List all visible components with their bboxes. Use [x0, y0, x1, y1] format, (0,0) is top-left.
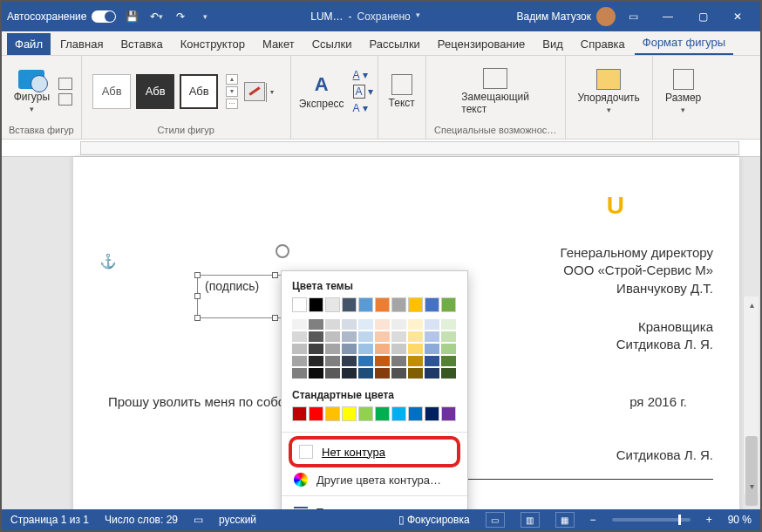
user-account[interactable]: Вадим Матузок [517, 7, 616, 26]
scroll-down-icon[interactable]: ▾ [744, 478, 759, 494]
color-swatch[interactable] [292, 406, 307, 421]
color-swatch[interactable] [425, 406, 439, 421]
color-swatch[interactable] [441, 319, 456, 330]
color-swatch[interactable] [408, 356, 423, 366]
style-preset-3[interactable]: Абв [180, 74, 218, 109]
color-swatch[interactable] [425, 368, 439, 379]
resize-handle[interactable] [272, 315, 278, 321]
tab-help[interactable]: Справка [573, 33, 633, 55]
autosave-toggle[interactable]: Автосохранение [7, 10, 116, 23]
more-colors-item[interactable]: Другие цвета контура… [282, 467, 467, 492]
color-swatch[interactable] [325, 297, 340, 312]
color-swatch[interactable] [292, 344, 307, 354]
color-swatch[interactable] [441, 331, 456, 342]
word-count[interactable]: Число слов: 29 [105, 514, 178, 526]
spellcheck-icon[interactable]: ▭ [194, 514, 203, 526]
readmode-icon[interactable]: ▭ [486, 512, 505, 528]
tab-review[interactable]: Рецензирование [430, 33, 533, 55]
shapes-button[interactable]: Фигуры▾ [10, 68, 53, 115]
color-swatch[interactable] [342, 406, 357, 421]
rotate-handle-icon[interactable] [276, 244, 289, 258]
color-swatch[interactable] [375, 356, 390, 366]
tab-home[interactable]: Главная [52, 33, 111, 55]
tab-design[interactable]: Конструктор [173, 33, 253, 55]
color-swatch[interactable] [391, 297, 406, 312]
color-swatch[interactable] [342, 331, 357, 342]
color-swatch[interactable] [292, 319, 307, 330]
color-swatch[interactable] [441, 297, 456, 312]
color-swatch[interactable] [325, 331, 340, 342]
ruler[interactable] [2, 140, 760, 157]
shape-outline-dropdown[interactable]: ▾ [266, 83, 276, 102]
color-swatch[interactable] [391, 319, 406, 330]
textbox-icon[interactable] [58, 93, 72, 106]
tab-view[interactable]: Вид [534, 33, 571, 55]
color-swatch[interactable] [391, 344, 406, 354]
toggle-switch-icon[interactable] [92, 10, 116, 23]
color-swatch[interactable] [408, 406, 423, 421]
ribbon-options-icon[interactable]: ▭ [616, 4, 650, 29]
color-swatch[interactable] [309, 331, 323, 342]
page-indicator[interactable]: Страница 1 из 1 [10, 514, 89, 526]
tab-insert[interactable]: Вставка [112, 33, 170, 55]
color-swatch[interactable] [441, 344, 456, 354]
zoom-slider[interactable] [612, 518, 691, 522]
color-swatch[interactable] [375, 297, 390, 312]
text-direction-button[interactable]: Текст [385, 72, 418, 111]
close-icon[interactable]: ✕ [720, 4, 755, 29]
color-swatch[interactable] [292, 297, 307, 312]
zoom-out-icon[interactable]: − [590, 514, 596, 526]
color-swatch[interactable] [391, 356, 406, 366]
color-swatch[interactable] [325, 368, 340, 379]
color-swatch[interactable] [325, 344, 340, 354]
color-swatch[interactable] [408, 344, 423, 354]
tab-references[interactable]: Ссылки [304, 33, 360, 55]
color-swatch[interactable] [408, 319, 423, 330]
color-swatch[interactable] [309, 406, 323, 421]
color-swatch[interactable] [375, 368, 390, 379]
color-swatch[interactable] [425, 331, 439, 342]
save-icon[interactable]: 💾 [123, 8, 140, 25]
redo-icon[interactable]: ↷ [172, 8, 189, 25]
color-swatch[interactable] [425, 319, 439, 330]
color-swatch[interactable] [391, 368, 406, 379]
color-swatch[interactable] [342, 356, 357, 366]
color-swatch[interactable] [375, 406, 390, 421]
weblayout-icon[interactable]: ▦ [555, 512, 575, 528]
color-swatch[interactable] [358, 297, 373, 312]
scroll-thumb[interactable] [745, 436, 758, 506]
color-swatch[interactable] [375, 331, 390, 342]
style-preset-1[interactable]: Абв [92, 74, 131, 109]
color-swatch[interactable] [292, 356, 307, 366]
style-gallery-more[interactable]: ▴▾⋯ [225, 74, 239, 109]
color-swatch[interactable] [342, 368, 357, 379]
resize-handle[interactable] [194, 315, 201, 321]
color-swatch[interactable] [325, 319, 340, 330]
edit-shape-icon[interactable] [58, 78, 72, 90]
resize-handle[interactable] [194, 293, 201, 299]
color-swatch[interactable] [408, 331, 423, 342]
scroll-up-icon[interactable]: ▴ [744, 297, 759, 312]
focus-mode[interactable]: ▯ Фокусировка [398, 514, 470, 526]
color-swatch[interactable] [292, 331, 307, 342]
language-indicator[interactable]: русский [219, 514, 256, 526]
shape-outline-button[interactable]: ▾ [244, 82, 265, 101]
tab-shape-format[interactable]: Формат фигуры [635, 31, 733, 55]
color-swatch[interactable] [391, 331, 406, 342]
color-swatch[interactable] [342, 344, 357, 354]
color-swatch[interactable] [408, 368, 423, 379]
color-swatch[interactable] [441, 356, 456, 366]
color-swatch[interactable] [309, 297, 323, 312]
color-swatch[interactable] [342, 319, 357, 330]
tab-mailings[interactable]: Рассылки [361, 33, 427, 55]
color-swatch[interactable] [425, 344, 439, 354]
zoom-level[interactable]: 90 % [728, 514, 752, 526]
color-swatch[interactable] [375, 319, 390, 330]
color-swatch[interactable] [309, 319, 323, 330]
qat-customize-icon[interactable]: ▾ [196, 8, 214, 25]
color-swatch[interactable] [358, 356, 373, 366]
resize-handle[interactable] [194, 272, 201, 278]
color-swatch[interactable] [309, 368, 323, 379]
color-swatch[interactable] [358, 344, 373, 354]
style-preset-2[interactable]: Абв [136, 74, 174, 109]
